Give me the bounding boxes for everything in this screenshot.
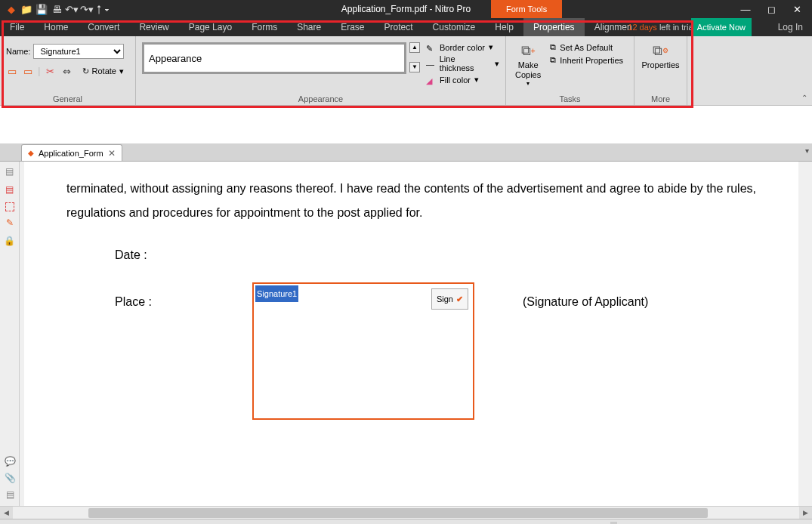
menu-properties[interactable]: Properties — [523, 18, 585, 36]
align-icon[interactable]: ⇔ — [60, 63, 72, 79]
scroll-right-button[interactable]: ▶ — [799, 507, 812, 519]
pdf-icon: ◆ — [28, 149, 34, 157]
group-label-general: General — [6, 93, 129, 103]
cut-icon[interactable]: ✂ — [45, 63, 56, 79]
menu-bar: File Home Convert Review Page Layo Forms… — [0, 18, 812, 36]
signature-field-name: Signature1 — [255, 285, 298, 302]
window-controls: — ◻ ✕ — [736, 4, 812, 15]
window-title: Application_Form.pdf - Nitro Pro — [0, 4, 812, 14]
border-color-button[interactable]: ✎Border color ▾ — [426, 42, 499, 52]
appearance-down-button[interactable]: ▼ — [409, 62, 420, 72]
security-panel-icon[interactable]: 🔒 — [4, 236, 16, 248]
pencil-icon: ✎ — [426, 44, 436, 51]
signature-field[interactable]: Signature1 Sign✔ — [252, 282, 474, 420]
place-label: Place : — [115, 290, 152, 314]
field-tool-1-icon[interactable]: ▭ — [6, 63, 17, 79]
appearance-up-button[interactable]: ▲ — [409, 42, 420, 53]
date-label: Date : — [115, 243, 147, 267]
login-button[interactable]: Log In — [778, 22, 803, 32]
document-page[interactable]: terminated, without assigning any reason… — [24, 162, 798, 506]
copies-icon: ⧉+ — [518, 41, 538, 60]
left-sidebar-bottom: 💬 📎 ▤ — [0, 456, 20, 501]
make-copies-button[interactable]: ⧉+ Make Copies▾ — [512, 39, 544, 88]
comments-icon[interactable]: 💬 — [4, 456, 16, 468]
quick-access-toolbar: ◆ 📁 💾 🖶 ↶▾ ↷▾ ⭡▾ — [0, 2, 109, 16]
menu-page-layout[interactable]: Page Layo — [179, 18, 242, 36]
status-right: ▯ ▯ ◫ ⊞ ◫ ▣ − + 150% — [599, 522, 806, 525]
close-button[interactable]: ✕ — [788, 4, 806, 15]
default-icon: ⧉ — [550, 42, 556, 52]
ribbon-group-more: ⧉⚙ Properties More — [634, 36, 687, 105]
tab-overflow-button[interactable]: ▾ — [805, 146, 809, 155]
print-icon[interactable]: 🖶 — [50, 2, 63, 16]
menu-review[interactable]: Review — [129, 18, 178, 36]
ribbon-group-general: Name: Signature1 ▭ ▭ | ✂ ⇔ ↻ Rotate ▾ Ge… — [0, 36, 136, 105]
inherit-icon: ⧉ — [550, 55, 556, 65]
properties-icon: ⧉⚙ — [651, 41, 671, 60]
name-select[interactable]: Signature1 — [33, 44, 124, 59]
pointer-icon[interactable]: ⭡▾ — [95, 2, 109, 16]
inherit-properties-button[interactable]: ⧉Inherit Properties — [550, 55, 623, 65]
ribbon-group-tasks: ⧉+ Make Copies▾ ⧉Set As Default ⧉Inherit… — [506, 36, 634, 105]
sign-button[interactable]: Sign✔ — [431, 288, 468, 310]
ribbon-group-appearance: Appearance ▲ ▼ ✎Border color ▾ —Line thi… — [136, 36, 506, 105]
menu-convert[interactable]: Convert — [78, 18, 129, 36]
menu-file[interactable]: File — [0, 18, 34, 36]
scroll-left-button[interactable]: ◀ — [0, 507, 13, 519]
minimize-button[interactable]: — — [736, 4, 755, 15]
ribbon: Name: Signature1 ▭ ▭ | ✂ ⇔ ↻ Rotate ▾ Ge… — [0, 36, 812, 106]
menu-share[interactable]: Share — [287, 18, 331, 36]
output-icon[interactable]: ▤ — [4, 489, 16, 501]
left-sidebar: ▤ ▤ ✎ 🔒 — [0, 162, 20, 506]
line-thickness-button[interactable]: —Line thickness ▾ — [426, 54, 499, 72]
spacer — [0, 106, 812, 143]
menu-protect[interactable]: Protect — [375, 18, 423, 36]
pages-panel-icon[interactable]: ▤ — [4, 166, 16, 178]
tab-title: Application_Form — [39, 149, 103, 158]
menu-forms[interactable]: Forms — [242, 18, 287, 36]
scroll-track[interactable] — [13, 507, 799, 519]
bookmarks-panel-icon[interactable]: ▤ — [4, 184, 16, 196]
menu-customize[interactable]: Customize — [423, 18, 486, 36]
appearance-preview[interactable]: Appearance — [142, 42, 406, 74]
document-tab-strip: ◆ Application_Form ✕ ▾ — [0, 143, 812, 162]
tab-close-button[interactable]: ✕ — [108, 148, 116, 159]
workspace: ▤ ▤ ✎ 🔒 💬 📎 ▤ terminated, without assign… — [0, 162, 812, 506]
fill-color-button[interactable]: ◢Fill color ▾ — [426, 75, 499, 85]
document-tab[interactable]: ◆ Application_Form ✕ — [21, 144, 122, 161]
maximize-button[interactable]: ◻ — [762, 4, 780, 15]
trial-status: 12 days left in trial — [628, 23, 695, 32]
view-continuous-icon[interactable]: ▯ — [610, 522, 617, 525]
scroll-thumb[interactable] — [88, 508, 708, 518]
signature-caption: (Signature of Applicant) — [523, 290, 648, 314]
field-tool-2-icon[interactable]: ▭ — [22, 63, 33, 79]
group-label-appearance: Appearance — [142, 93, 499, 103]
ribbon-collapse-button[interactable]: ⌃ — [801, 94, 807, 102]
set-default-button[interactable]: ⧉Set As Default — [550, 42, 623, 52]
signatures-panel-icon[interactable]: ✎ — [4, 217, 16, 230]
menu-home[interactable]: Home — [34, 18, 78, 36]
status-bar: |◀ ◀ 2 OF 3 ▶ ▶| ◐ ◑ ▯ ▯ ◫ ⊞ ◫ ▣ − + 150… — [0, 519, 812, 524]
horizontal-scrollbar[interactable]: ◀ ▶ — [0, 506, 812, 519]
line-icon: — — [426, 60, 436, 67]
save-icon[interactable]: 💾 — [35, 2, 48, 16]
menu-erase[interactable]: Erase — [331, 18, 374, 36]
bucket-icon: ◢ — [426, 76, 436, 84]
rotate-button[interactable]: ↻ Rotate ▾ — [77, 64, 129, 79]
app-logo-icon: ◆ — [5, 2, 18, 16]
properties-button[interactable]: ⧉⚙ Properties — [641, 39, 681, 71]
check-icon: ✔ — [456, 291, 463, 307]
group-label-more: More — [641, 93, 681, 103]
activate-button[interactable]: Activate Now — [691, 18, 752, 36]
layers-panel-icon[interactable] — [5, 202, 14, 211]
context-tab-label: Form Tools — [491, 0, 562, 18]
attachments-icon[interactable]: 📎 — [4, 473, 16, 485]
group-label-tasks: Tasks — [512, 93, 628, 103]
undo-icon[interactable]: ↶▾ — [65, 2, 79, 16]
title-bar: ◆ 📁 💾 🖶 ↶▾ ↷▾ ⭡▾ Application_Form.pdf - … — [0, 0, 812, 18]
body-text: terminated, without assigning any reason… — [66, 177, 756, 225]
open-icon[interactable]: 📁 — [20, 2, 33, 16]
menu-help[interactable]: Help — [485, 18, 523, 36]
redo-icon[interactable]: ↷▾ — [80, 2, 94, 16]
name-label: Name: — [6, 47, 30, 56]
